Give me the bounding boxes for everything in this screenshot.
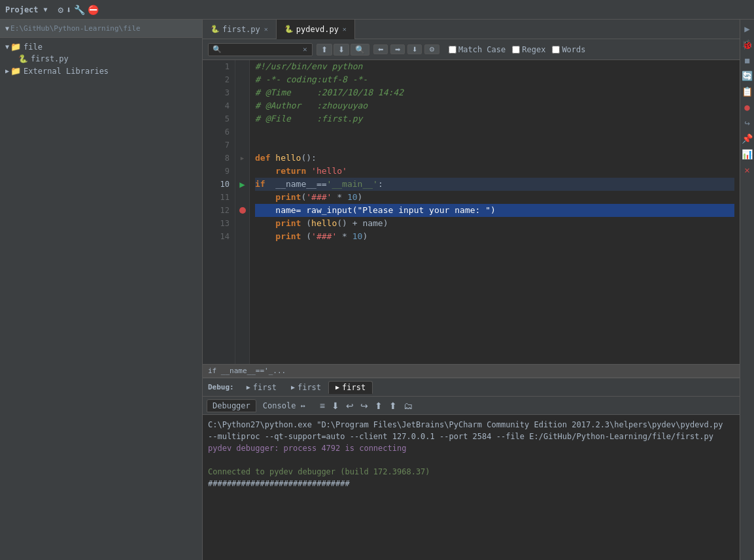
debug-btn-3[interactable]: ↩ [343, 399, 356, 412]
line-num-14: 14 [208, 230, 230, 243]
search-next-btn[interactable]: ⬇ [334, 44, 349, 56]
search-nav: ⬆ ⬇ 🔍 [317, 44, 369, 56]
line-numbers: 1 2 3 4 5 6 7 8 9 10 11 12 13 14 [203, 60, 235, 364]
line-num-3: 3 [208, 86, 230, 99]
gutter-5 [235, 112, 249, 125]
words-checkbox[interactable] [552, 46, 560, 54]
regex-label: Regex [522, 45, 545, 54]
gutter-9 [235, 165, 249, 178]
right-icon-red[interactable]: ● [743, 101, 751, 114]
search-find-btn[interactable]: 🔍 [351, 44, 369, 56]
tab-first-file-icon: 🐍 [211, 25, 220, 33]
code-line-3: # @Time :2017/10/18 14:42 [255, 86, 734, 99]
console-output[interactable]: C:\Python27\python.exe "D:\Program Files… [203, 415, 740, 560]
folder-expand-icon: ▼ [5, 43, 9, 50]
tab-bar: 🐍 first.py ✕ 🐍 pydevd.py ✕ [203, 20, 740, 39]
console-line-4 [208, 454, 734, 466]
gutter-14 [235, 230, 249, 243]
line-num-9: 9 [208, 165, 230, 178]
console-line-6: ############################## [208, 478, 734, 489]
code-content[interactable]: #!/usr/bin/env python # -*- coding:utf-8… [250, 60, 740, 364]
debug-btn-7[interactable]: 🗂 [401, 399, 415, 412]
folder-label: file [24, 42, 43, 52]
right-icon-pin[interactable]: 📌 [740, 132, 754, 145]
title-bar: Project ▼ ⚙ ⬇ 🔧 ⛔ [0, 0, 754, 20]
tab-pydevd-py[interactable]: 🐍 pydevd.py ✕ [277, 20, 355, 39]
sidebar-item-first-py[interactable]: 🐍 first.py [0, 53, 202, 65]
ext-libs-folder-icon: 📁 [10, 66, 21, 76]
sidebar-expand-icon[interactable]: ▼ [5, 25, 9, 32]
line-num-1: 1 [208, 60, 230, 73]
gutter-11 [235, 191, 249, 204]
build-icon[interactable]: 🔧 [74, 5, 85, 15]
settings-icon[interactable]: ⚙ [58, 5, 63, 15]
gutter-2 [235, 73, 249, 86]
status-text: if __name__=='_... [208, 367, 286, 375]
gutter-8: ▶ [235, 152, 249, 165]
line-num-11: 11 [208, 191, 230, 204]
sidebar-header: ▼ E:\GitHub\Python-Learning\file [0, 20, 202, 38]
dropdown-arrow[interactable]: ▼ [44, 6, 48, 13]
tab-pydevd-file-icon: 🐍 [284, 25, 294, 33]
debug-btn-2[interactable]: ⬇ [329, 399, 342, 412]
match-case-option[interactable]: Match Case [449, 45, 506, 54]
debug-tab-first-1[interactable]: ▶ first [239, 381, 284, 394]
words-label: Words [562, 45, 585, 54]
breakpoint-12[interactable] [239, 207, 246, 214]
line-num-10: 10 [208, 178, 230, 191]
fold-icon-8[interactable]: ▶ [241, 155, 244, 161]
debug-tab-icon-2: ▶ [291, 384, 295, 391]
right-icon-redo[interactable]: ↪ [743, 116, 751, 129]
code-line-5: # @File :first.py [255, 112, 734, 125]
debug-btn-6[interactable]: ⬆ [386, 399, 400, 412]
right-icon-clipboard[interactable]: 📋 [740, 85, 754, 98]
code-line-13: print (hello() + name) [255, 217, 734, 230]
search-bar: 🔍 ✕ ⬆ ⬇ 🔍 ⬅ ➡ ⬇ ⚙ Match Case [203, 39, 740, 60]
tab-first-py[interactable]: 🐍 first.py ✕ [203, 20, 277, 39]
right-icon-stop[interactable]: ◼ [743, 54, 751, 67]
tab-first-close[interactable]: ✕ [264, 25, 268, 33]
stop-icon[interactable]: ⛔ [88, 5, 99, 15]
debug-btn-4[interactable]: ↪ [358, 399, 371, 412]
search-input[interactable] [224, 45, 303, 54]
search-action-4[interactable]: ⚙ [424, 44, 439, 54]
tab-pydevd-close[interactable]: ✕ [343, 25, 347, 33]
match-case-label: Match Case [458, 45, 506, 54]
match-case-checkbox[interactable] [449, 46, 456, 54]
arrow-icon-10: ▶ [239, 179, 245, 189]
debug-btn-5[interactable]: ⬆ [372, 399, 385, 412]
sidebar-item-external-libs[interactable]: ▶ 📁 External Libraries [0, 65, 202, 77]
gutter-3 [235, 86, 249, 99]
debug-btn-1[interactable]: ≡ [317, 399, 328, 412]
gutter-7 [235, 139, 249, 152]
debugger-tab-btn[interactable]: Debugger [207, 399, 256, 412]
debug-inner-toolbar: Debugger Console ↔ ≡ ⬇ ↩ ↪ ⬆ ⬆ 🗂 [203, 397, 740, 415]
ext-libs-expand-icon: ▶ [5, 67, 9, 74]
search-action-3[interactable]: ⬇ [407, 44, 422, 54]
search-action-1[interactable]: ⬅ [373, 44, 388, 54]
gutter-12 [235, 204, 249, 217]
debug-tab-first-2[interactable]: ▶ first [284, 381, 328, 394]
regex-option[interactable]: Regex [512, 45, 545, 54]
console-line-3: pydev debugger: process 4792 is connecti… [208, 442, 734, 454]
search-clear-icon[interactable]: ✕ [303, 45, 307, 54]
sync-icon[interactable]: ⬇ [66, 5, 71, 15]
search-action-2[interactable]: ➡ [390, 44, 405, 54]
debug-tab-first-3[interactable]: ▶ first [328, 381, 373, 394]
regex-checkbox[interactable] [512, 46, 520, 54]
right-icon-debug[interactable]: 🐞 [740, 38, 754, 51]
code-editor: 1 2 3 4 5 6 7 8 9 10 11 12 13 14 [203, 60, 740, 364]
sidebar-item-file-folder[interactable]: ▼ 📁 file [0, 41, 202, 53]
right-icon-run[interactable]: ▶ [743, 22, 751, 35]
console-line-5: Connected to pydev debugger (build 172.3… [208, 466, 734, 478]
right-icon-chart[interactable]: 📊 [740, 148, 754, 161]
search-prev-btn[interactable]: ⬆ [317, 44, 332, 56]
code-line-10: if __name__=='__main__': [255, 178, 734, 191]
console-tab-btn[interactable]: Console ↔ [258, 400, 311, 412]
line-num-13: 13 [208, 217, 230, 230]
right-icon-reload[interactable]: 🔄 [740, 69, 754, 82]
search-extra-btns: ⬅ ➡ ⬇ ⚙ [373, 44, 439, 54]
file-label: first.py [31, 54, 69, 63]
words-option[interactable]: Words [552, 45, 585, 54]
right-icon-close[interactable]: ✕ [743, 163, 751, 176]
